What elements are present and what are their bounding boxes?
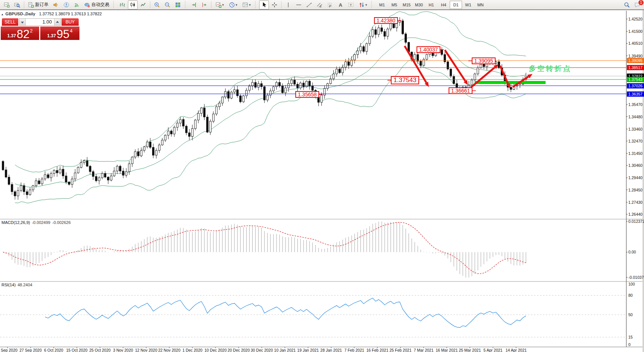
svg-text:A: A bbox=[339, 2, 343, 7]
date-axis-label: 7 Feb 2021 bbox=[344, 348, 364, 352]
new-chart-button[interactable] bbox=[2, 0, 12, 9]
line-chart-button[interactable] bbox=[138, 0, 148, 9]
timeframe-button-mn[interactable]: MN bbox=[474, 1, 487, 9]
timeframe-button-m1[interactable]: M1 bbox=[376, 1, 388, 9]
text-label-button[interactable]: T bbox=[346, 0, 356, 9]
trendline-button[interactable] bbox=[304, 0, 314, 9]
dropdown-caret-icon[interactable]: ▾ bbox=[236, 3, 238, 7]
candlestick-chart-button[interactable] bbox=[128, 0, 138, 9]
profiles-button[interactable] bbox=[12, 0, 22, 9]
date-axis-label: 28 Jan 2021 bbox=[320, 348, 342, 352]
collapse-one-click-icon[interactable]: ▴ bbox=[1, 12, 3, 16]
timeframe-button-w1[interactable]: W1 bbox=[462, 1, 474, 9]
vertical-line-button[interactable] bbox=[283, 0, 293, 9]
notification-badge[interactable]: 1 bbox=[638, 0, 644, 6]
timeframe-button-h1[interactable]: H1 bbox=[425, 1, 437, 9]
arrows-button[interactable]: ▾ bbox=[356, 0, 369, 9]
rsi-axis-tick: 50 bbox=[628, 312, 633, 317]
account-icon bbox=[63, 2, 69, 8]
price-annotation-box[interactable]: 1.36661 bbox=[449, 87, 472, 94]
timeframe-button-m30[interactable]: M30 bbox=[413, 1, 425, 9]
profiles-icon bbox=[14, 2, 20, 8]
rsi-axis-tick: 15 bbox=[628, 335, 633, 339]
bar-chart-button[interactable] bbox=[117, 0, 127, 9]
chart-shift-button[interactable] bbox=[200, 0, 209, 9]
channel-button[interactable]: E bbox=[315, 0, 324, 9]
price-axis-tick: 1.29440 bbox=[628, 175, 643, 180]
date-axis-label: 20 Dec 2020 bbox=[227, 348, 250, 352]
price-annotation-box[interactable]: 1.39095 bbox=[472, 57, 496, 64]
sound-button[interactable] bbox=[51, 0, 61, 9]
volume-input[interactable]: 1.00 bbox=[26, 19, 54, 25]
price-annotation-box[interactable]: 1.42380 bbox=[374, 17, 398, 24]
templates-button[interactable]: ▾ bbox=[240, 0, 253, 9]
dropdown-caret-icon[interactable]: ▾ bbox=[222, 3, 224, 7]
crosshair-button[interactable] bbox=[270, 0, 279, 9]
price-axis-tick: 1.41500 bbox=[628, 29, 643, 34]
date-axis-label: 7 Mar 2021 bbox=[414, 348, 433, 352]
text-button[interactable]: A bbox=[336, 0, 345, 9]
sell-price-button[interactable]: 1.37822 bbox=[1, 27, 39, 40]
price-annotation-box[interactable]: 1.37543 bbox=[391, 76, 419, 84]
price-annotation-box[interactable]: 1.35658 bbox=[295, 91, 319, 98]
date-axis-label: 27 Sep 2020 bbox=[19, 348, 42, 352]
auto-scroll-button[interactable] bbox=[189, 0, 199, 9]
date-axis-label: 22 Nov 2020 bbox=[158, 348, 180, 352]
cursor-button[interactable] bbox=[259, 0, 269, 9]
toolbar-drag-handle bbox=[113, 1, 115, 9]
date-axis-label: 25 Feb 2021 bbox=[390, 348, 412, 352]
date-axis-label: 3 Nov 2020 bbox=[113, 348, 133, 352]
macd-axis-max: 0.012372 bbox=[628, 219, 644, 224]
fibonacci-button[interactable]: F bbox=[325, 0, 335, 9]
text-label-icon: T bbox=[348, 2, 354, 8]
date-axis-label: 14 Apr 2021 bbox=[506, 348, 527, 352]
chart-title: ▴ GBPUSD-,Daily 1.37752 1.38079 1.37613 … bbox=[1, 12, 102, 16]
price-axis-tick: 1.33460 bbox=[628, 127, 643, 131]
dropdown-caret-icon[interactable]: ▾ bbox=[249, 3, 251, 7]
svg-text:E: E bbox=[320, 5, 322, 8]
price-level-badge: 1.39095 bbox=[627, 58, 644, 63]
buy-price-button[interactable]: 1.37954 bbox=[40, 27, 79, 40]
tile-windows-button[interactable] bbox=[173, 0, 183, 9]
macd-label: MACD(12,26,9)-0.002499-0.002626 bbox=[1, 220, 71, 225]
timeframe-button-m15[interactable]: M15 bbox=[400, 1, 413, 9]
toolbar-separator bbox=[281, 1, 282, 9]
new-order-label: 新订单 bbox=[35, 1, 48, 8]
toolbar-drag-handle bbox=[371, 1, 373, 9]
autotrade-button[interactable]: 自动交易 bbox=[82, 0, 111, 9]
sell-price-sup: 2 bbox=[30, 28, 32, 33]
horizontal-line-button[interactable] bbox=[294, 0, 304, 9]
zoom-out-button[interactable] bbox=[163, 0, 172, 9]
volume-decrease-button[interactable] bbox=[19, 19, 26, 25]
date-axis-label: 7 Sep 2020 bbox=[0, 348, 18, 352]
rsi-axis-tick: 100 bbox=[628, 282, 635, 286]
search-button[interactable] bbox=[622, 0, 632, 9]
timeframe-button-m5[interactable]: M5 bbox=[388, 1, 400, 9]
chart-canvas[interactable] bbox=[0, 10, 644, 352]
indicators-button[interactable]: ▾ bbox=[213, 0, 226, 9]
crosshair-icon bbox=[271, 2, 277, 8]
text-icon: A bbox=[337, 2, 343, 8]
buy-button[interactable]: BUY bbox=[62, 18, 79, 26]
line-chart-icon bbox=[140, 2, 146, 8]
dropdown-caret-icon[interactable]: ▾ bbox=[365, 3, 367, 7]
sell-button[interactable]: SELL bbox=[2, 18, 18, 26]
chat-button[interactable]: 1 bbox=[632, 0, 642, 9]
signals-button[interactable] bbox=[72, 0, 82, 9]
zoom-in-icon bbox=[154, 2, 160, 8]
timeframe-button-d1[interactable]: D1 bbox=[450, 1, 462, 9]
volume-increase-button[interactable] bbox=[54, 19, 60, 25]
price-axis-tick: 1.27430 bbox=[628, 200, 643, 205]
price-annotation-box[interactable]: 1.40037 bbox=[417, 46, 440, 53]
account-button[interactable] bbox=[62, 0, 71, 9]
candlestick-chart-icon bbox=[130, 2, 136, 8]
buy-price-sup: 4 bbox=[70, 28, 72, 33]
new-order-button[interactable]: 新订单 bbox=[26, 0, 50, 9]
timeframe-button-h4[interactable]: H4 bbox=[437, 1, 450, 9]
macd-axis-zero: 0.00 bbox=[628, 250, 636, 254]
zoom-in-button[interactable] bbox=[152, 0, 162, 9]
periods-button[interactable]: ▾ bbox=[227, 0, 239, 9]
sound-icon bbox=[53, 2, 59, 8]
templates-icon bbox=[242, 2, 248, 8]
signals-icon bbox=[74, 2, 80, 8]
